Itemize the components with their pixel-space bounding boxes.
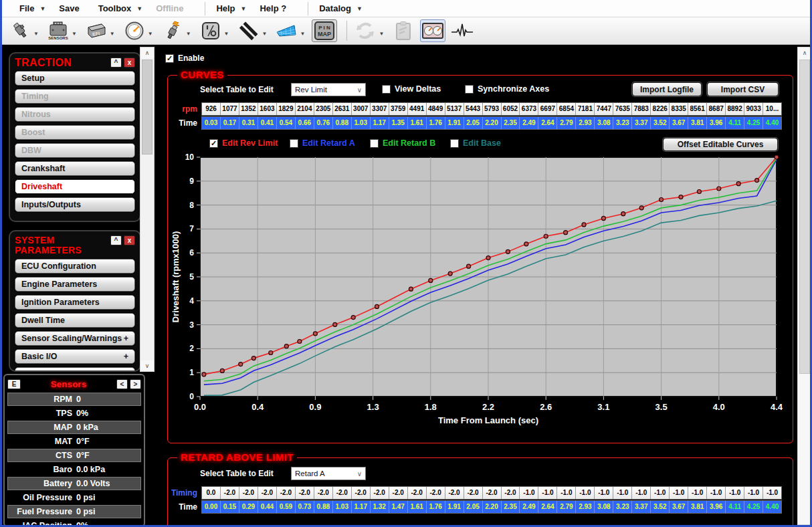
import-logfile-button[interactable]: Import Logfile	[632, 82, 702, 96]
retard-time-cell[interactable]: 2.79	[556, 501, 575, 513]
edit-base-checkbox[interactable]	[450, 139, 459, 148]
traction-collapse-button[interactable]: ^	[110, 58, 122, 68]
wiring-icon-dropdown-arrow[interactable]: ▼	[262, 31, 268, 37]
fuel-injector-icon[interactable]	[7, 19, 33, 42]
timing-cell[interactable]: -1.0	[669, 487, 688, 499]
scroll-up-icon[interactable]: ∧	[140, 47, 154, 58]
time-cell[interactable]: 2.49	[519, 117, 538, 129]
gauges-icon[interactable]	[420, 19, 445, 42]
timing-cell[interactable]: -2.0	[501, 487, 520, 499]
pin-map-icon[interactable]: P I NMAP	[312, 19, 337, 42]
rpm-cell[interactable]: 1829	[276, 103, 295, 115]
import-csv-button[interactable]: Import CSV	[707, 82, 779, 96]
rpm-cell[interactable]: 5137	[445, 103, 464, 115]
rpm-cell[interactable]: 926	[202, 103, 220, 115]
timing-cell[interactable]: -1.0	[519, 487, 538, 499]
timing-cell[interactable]: -2.0	[389, 487, 407, 499]
timing-cell[interactable]: -1.0	[613, 487, 631, 499]
synchronize-axes-checkbox[interactable]	[465, 85, 474, 94]
time-cell[interactable]: 4.40	[763, 117, 781, 129]
main-scrollbar[interactable]: ∧	[797, 47, 812, 525]
time-cell[interactable]: 2.64	[538, 117, 556, 129]
menu-item-save[interactable]: Save	[55, 1, 94, 16]
rpm-cell[interactable]: 8335	[669, 103, 688, 115]
sync-icon[interactable]	[352, 19, 378, 42]
timing-cell[interactable]: -2.0	[464, 487, 482, 499]
rpm-cell[interactable]: 8226	[650, 103, 669, 115]
timing-cell[interactable]: -2.0	[239, 487, 258, 499]
sysparam-item-dwell-time[interactable]: Dwell Time	[15, 313, 135, 328]
sensors-edit-button[interactable]: E	[7, 379, 21, 389]
sensors-icon-dropdown-arrow[interactable]: ▼	[72, 31, 77, 37]
timing-cell[interactable]: -1.0	[725, 487, 744, 499]
rpm-cell[interactable]: 7447	[594, 103, 613, 115]
timing-cell[interactable]: -1.0	[744, 487, 763, 499]
offset-editable-curves-button[interactable]: Offset Editable Curves	[663, 138, 778, 151]
notes-icon[interactable]	[391, 19, 416, 42]
gauge-icon-dropdown-arrow[interactable]: ▼	[148, 31, 153, 37]
retard-time-cell[interactable]: 2.20	[482, 501, 501, 513]
retard-time-cell[interactable]: 0.88	[314, 501, 332, 513]
main-scrollbar-thumb[interactable]	[799, 60, 810, 374]
time-cell[interactable]: 3.96	[706, 117, 725, 129]
timing-cell[interactable]: -1.0	[763, 487, 781, 499]
retard-table-select[interactable]: Retard A∨	[291, 467, 366, 480]
retard-time-cell[interactable]: 4.25	[744, 501, 763, 513]
time-cell[interactable]: 3.23	[613, 117, 631, 129]
rpm-cell[interactable]: 6697	[538, 103, 556, 115]
menu-dropdown-arrow-icon[interactable]: ▼	[355, 5, 372, 12]
rpm-cell[interactable]: 1603	[258, 103, 276, 115]
menu-item-file[interactable]: File	[15, 1, 38, 16]
timing-cell[interactable]: -2.0	[407, 487, 426, 499]
traction-item-driveshaft[interactable]: Driveshaft	[15, 179, 135, 194]
time-cell[interactable]: 3.67	[669, 117, 688, 129]
timing-cell[interactable]: -2.0	[482, 487, 501, 499]
sensors-next-button[interactable]: >	[130, 379, 141, 389]
rpm-cell[interactable]: 7181	[575, 103, 594, 115]
time-cell[interactable]: 0.66	[295, 117, 314, 129]
rpm-cell[interactable]: 2631	[332, 103, 351, 115]
timing-cell[interactable]: -2.0	[258, 487, 276, 499]
time-cell[interactable]: 1.61	[407, 117, 426, 129]
scroll-up-icon[interactable]: ∧	[798, 47, 811, 58]
sysparam-item-engine-parameters[interactable]: Engine Parameters	[15, 277, 135, 292]
timing-cell[interactable]: -1.0	[688, 487, 706, 499]
edit-rev-limit-checkbox[interactable]: ✓	[209, 139, 218, 148]
timing-cell[interactable]: -2.0	[445, 487, 464, 499]
edit-retard-b-checkbox[interactable]	[370, 139, 379, 148]
menu-dropdown-arrow-icon[interactable]: ▼	[135, 5, 152, 12]
time-cell[interactable]: 2.20	[482, 117, 501, 129]
time-cell[interactable]: 0.76	[314, 117, 332, 129]
menu-dropdown-arrow-icon[interactable]: ▼	[38, 5, 55, 12]
retard-time-cell[interactable]: 4.11	[725, 501, 744, 513]
3d-map-icon[interactable]	[274, 19, 299, 42]
spark-plug-icon[interactable]	[160, 19, 185, 42]
time-cell[interactable]: 2.35	[501, 117, 520, 129]
sidebar-scrollbar-thumb[interactable]	[142, 60, 153, 154]
rpm-cell[interactable]: 10...	[763, 103, 781, 115]
timing-cell[interactable]: -1.0	[594, 487, 613, 499]
sync-icon-dropdown-arrow[interactable]: ▼	[379, 31, 384, 37]
rpm-cell[interactable]: 6052	[501, 103, 520, 115]
timing-cell[interactable]: -2.0	[220, 487, 239, 499]
retard-time-cell[interactable]: 2.05	[464, 501, 482, 513]
retard-time-cell[interactable]: 3.96	[706, 501, 725, 513]
retard-time-cell[interactable]: 2.49	[519, 501, 538, 513]
time-cell[interactable]: 0.41	[258, 117, 276, 129]
rpm-cell[interactable]: 5443	[464, 103, 482, 115]
timing-cell[interactable]: 0.0	[202, 487, 220, 499]
retard-time-cell[interactable]: 1.61	[407, 501, 426, 513]
timing-cell[interactable]: -1.0	[631, 487, 650, 499]
rpm-cell[interactable]: 9033	[744, 103, 763, 115]
efi-ecu-icon-dropdown-arrow[interactable]: ▼	[110, 31, 115, 37]
time-cell[interactable]: 0.88	[332, 117, 351, 129]
retard-time-cell[interactable]: 3.67	[669, 501, 688, 513]
traction-item-setup[interactable]: Setup	[15, 71, 135, 86]
traction-close-button[interactable]: x	[124, 58, 135, 68]
scroll-down-icon[interactable]: ∨	[140, 360, 154, 371]
time-cell[interactable]: 2.93	[575, 117, 594, 129]
retard-time-cell[interactable]: 3.23	[613, 501, 631, 513]
timing-cell[interactable]: -1.0	[556, 487, 575, 499]
enable-checkbox[interactable]: ✓	[165, 54, 174, 63]
rpm-cell[interactable]: 1352	[239, 103, 258, 115]
